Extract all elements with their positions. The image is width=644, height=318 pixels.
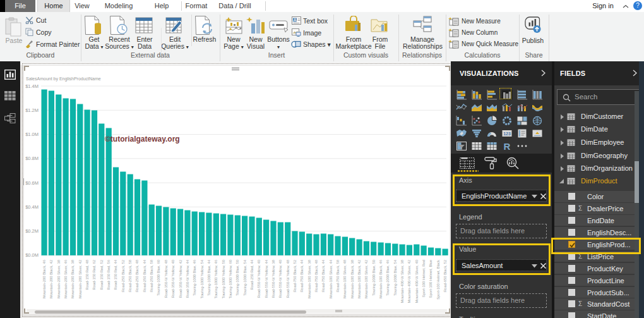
svg-text:Mountain-100 Black, 38: Mountain-100 Black, 38 — [350, 260, 354, 298]
svg-text:Touring-1000 Blue, 44: Touring-1000 Blue, 44 — [207, 259, 211, 295]
svg-text:Mountain-400-W Silver, 38: Mountain-400-W Silver, 38 — [400, 260, 404, 303]
svg-text:Mountain-200 Silver, 38: Mountain-200 Silver, 38 — [57, 260, 61, 298]
svg-text:Road-150 Red, 62: Road-150 Red, 62 — [92, 260, 96, 290]
svg-text:Road-150 Red, 44: Road-150 Red, 44 — [114, 259, 117, 290]
svg-text:Mountain-200 Silver, 42: Mountain-200 Silver, 42 — [78, 260, 82, 298]
svg-text:123: 123 — [503, 131, 511, 136]
svg-text:Touring-2000 Blue, 46: Touring-2000 Blue, 46 — [386, 260, 390, 296]
svg-text:Road-550-W Yellow, 40: Road-550-W Yellow, 40 — [278, 260, 282, 298]
svg-text:Road-550-W Yellow, 44: Road-550-W Yellow, 44 — [265, 259, 268, 298]
svg-text:$1.2M: $1.2M — [25, 107, 39, 113]
svg-text:Sport-100 Helmet, Black: Sport-100 Helmet, Black — [436, 260, 440, 300]
svg-text:Touring-1000 Yellow, 54: Touring-1000 Yellow, 54 — [200, 259, 204, 298]
svg-text:Road-750 Black, 52: Road-750 Black, 52 — [293, 260, 297, 292]
svg-text:Road-250 Black, 44: Road-250 Black, 44 — [143, 259, 146, 292]
svg-text:Road-750 Black, 44: Road-750 Black, 44 — [300, 259, 304, 292]
svg-text:Touring-1000 Blue, 46: Touring-1000 Blue, 46 — [193, 260, 196, 296]
svg-text:Road-550-W Yellow, 48: Road-550-W Yellow, 48 — [286, 260, 290, 298]
svg-text:©tutorialgateway.org: ©tutorialgateway.org — [105, 135, 180, 144]
svg-text:Road-350-W Yellow, 40: Road-350-W Yellow, 40 — [171, 260, 175, 298]
svg-text:Touring-1000 Blue, 54: Touring-1000 Blue, 54 — [243, 259, 247, 295]
svg-text:$0.4M: $0.4M — [25, 204, 39, 210]
svg-text:Road-650 Black, 52: Road-650 Black, 52 — [443, 260, 447, 292]
svg-text:Road-250 Black, 48: Road-250 Black, 48 — [135, 260, 139, 292]
svg-text:Road-750 Black, 44: Road-750 Black, 44 — [321, 259, 325, 292]
svg-text:Road-550-W Yellow, 38: Road-550-W Yellow, 38 — [271, 260, 275, 298]
svg-text:Road-350-W Yellow, 44: Road-350-W Yellow, 44 — [186, 259, 189, 298]
svg-text:Mountain-100 Silver, 44: Mountain-100 Silver, 44 — [329, 259, 333, 298]
svg-text:Touring-2000 Blue, 54: Touring-2000 Blue, 54 — [393, 259, 397, 295]
svg-text:Road-150 Red, 48: Road-150 Red, 48 — [85, 260, 89, 290]
svg-text:SalesAmount by EnglishProductN: SalesAmount by EnglishProductName — [26, 76, 101, 82]
svg-text:$1.4M: $1.4M — [25, 83, 39, 89]
svg-text:Road-550-W Yellow, 40: Road-550-W Yellow, 40 — [257, 260, 261, 298]
svg-text:Touring-1000 Yellow, 46: Touring-1000 Yellow, 46 — [214, 260, 218, 298]
svg-text:Mountain-400-W Silver, 42: Mountain-400-W Silver, 42 — [407, 260, 411, 303]
svg-text:Mountain-100 Black, 42: Mountain-100 Black, 42 — [357, 260, 361, 298]
svg-text:Road-750 Black, 48: Road-750 Black, 48 — [314, 260, 318, 292]
svg-text:Mountain-100 Silver, 38: Mountain-100 Silver, 38 — [307, 260, 311, 298]
svg-text:Mountain-200 Silver, 46: Mountain-200 Silver, 46 — [64, 260, 68, 298]
svg-text:Mountain-200 Black, 46: Mountain-200 Black, 46 — [42, 260, 46, 298]
svg-text:$0.2M: $0.2M — [25, 228, 39, 234]
svg-text:Mountain-100 Silver, 48: Mountain-100 Silver, 48 — [343, 260, 347, 298]
svg-text:Road-750 Black, 58: Road-750 Black, 58 — [336, 260, 340, 292]
svg-text:Touring-1000 Yellow, 50: Touring-1000 Yellow, 50 — [222, 260, 225, 298]
svg-text:Mountain-200 Black, 42: Mountain-200 Black, 42 — [49, 260, 53, 298]
svg-text:Touring-1000 Blue, 50: Touring-1000 Blue, 50 — [236, 260, 239, 296]
svg-text:R: R — [504, 141, 511, 151]
svg-text:$0.0M: $0.0M — [25, 252, 39, 258]
svg-text:Touring-2000 Blue, 50: Touring-2000 Blue, 50 — [372, 260, 376, 296]
svg-text:$0.6M: $0.6M — [25, 180, 39, 186]
svg-text:$0.8M: $0.8M — [25, 156, 39, 161]
svg-text:Road-350-W Yellow, 42: Road-350-W Yellow, 42 — [179, 260, 182, 298]
svg-text:Sport-100 Helmet, Red: Sport-100 Helmet, Red — [422, 260, 426, 297]
svg-text:Road-150 Red, 52: Road-150 Red, 52 — [100, 260, 104, 290]
svg-text:Road-150 Red, 56: Road-150 Red, 56 — [107, 260, 110, 290]
svg-text:Road-250 Black, 52: Road-250 Black, 52 — [121, 260, 125, 292]
svg-text:Road-250 Black, 58: Road-250 Black, 58 — [128, 260, 132, 292]
svg-text:A: A — [294, 18, 297, 22]
svg-text:Mountain-400-W Silver, 40: Mountain-400-W Silver, 40 — [415, 260, 419, 303]
svg-text:$1.0M: $1.0M — [25, 131, 39, 137]
svg-text:Sport-100 Helmet, Blue: Sport-100 Helmet, Blue — [429, 260, 432, 298]
svg-text:Touring-1000 Blue, 60: Touring-1000 Blue, 60 — [157, 260, 160, 296]
svg-text:Mountain-100 Silver, 42: Mountain-100 Silver, 42 — [364, 260, 368, 298]
svg-text:Road-250 Red, 44: Road-250 Red, 44 — [250, 259, 254, 290]
svg-text:Touring-1000 Yellow, 60: Touring-1000 Yellow, 60 — [229, 260, 232, 298]
svg-text:Mountain-100 Black, 46: Mountain-100 Black, 46 — [379, 260, 383, 298]
svg-text:Road-250 Black, 58: Road-250 Black, 58 — [150, 260, 153, 292]
svg-text:Road-350-W Yellow, 48: Road-350-W Yellow, 48 — [164, 260, 168, 298]
svg-text:Mountain-200 Black, 38: Mountain-200 Black, 38 — [71, 260, 75, 298]
